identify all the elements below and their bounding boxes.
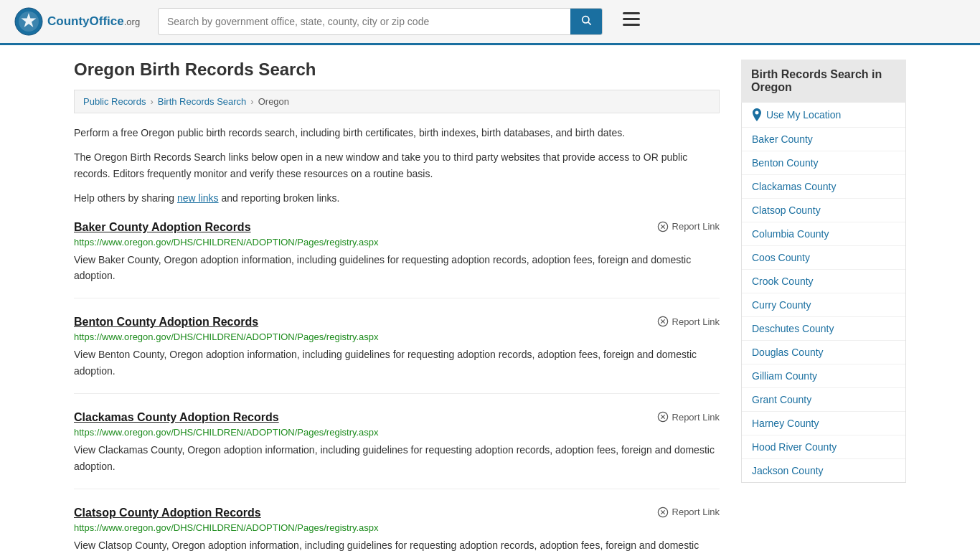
hamburger-icon (623, 12, 640, 27)
content-area: Oregon Birth Records Search Public Recor… (74, 60, 720, 551)
menu-button[interactable] (617, 9, 646, 34)
main-wrapper: Oregon Birth Records Search Public Recor… (60, 45, 920, 551)
result-description-2: View Clackamas County, Oregon adoption i… (74, 442, 720, 474)
sidebar-item-county-12[interactable]: Harney County (742, 412, 905, 435)
result-description-1: View Benton County, Oregon adoption info… (74, 347, 720, 379)
svg-point-3 (583, 17, 589, 23)
intro-pre-text: Help others by sharing (74, 192, 177, 204)
report-icon-1 (657, 316, 669, 327)
county-link-4[interactable]: Columbia County (752, 228, 829, 240)
county-link-12[interactable]: Harney County (752, 418, 819, 429)
report-link-0[interactable]: Report Link (657, 221, 720, 232)
result-url-3[interactable]: https://www.oregon.gov/DHS/CHILDREN/ADOP… (74, 522, 720, 533)
county-link-0[interactable]: Baker County (752, 133, 813, 145)
sidebar-counties: Baker CountyBenton CountyClackamas Count… (742, 128, 905, 482)
result-item: Baker County Adoption Records Report Lin… (74, 221, 720, 299)
result-header: Benton County Adoption Records Report Li… (74, 316, 720, 329)
sidebar-item-county-14[interactable]: Jackson County (742, 459, 905, 482)
sidebar-item-county-7[interactable]: Curry County (742, 293, 905, 317)
report-link-3[interactable]: Report Link (657, 507, 720, 518)
report-link-1[interactable]: Report Link (657, 316, 720, 327)
search-button[interactable] (570, 9, 602, 34)
sidebar-item-county-6[interactable]: Crook County (742, 270, 905, 293)
intro-post-text: and reporting broken links. (219, 192, 340, 204)
breadcrumb-sep-2: › (250, 96, 253, 107)
result-title-1[interactable]: Benton County Adoption Records (74, 316, 258, 329)
sidebar-item-county-0[interactable]: Baker County (742, 128, 905, 151)
report-link-2[interactable]: Report Link (657, 411, 720, 423)
intro-paragraph-3: Help others by sharing new links and rep… (74, 190, 720, 206)
result-header: Clatsop County Adoption Records Report L… (74, 507, 720, 519)
svg-rect-5 (623, 12, 640, 14)
svg-rect-6 (623, 18, 640, 20)
result-item: Clatsop County Adoption Records Report L… (74, 507, 720, 551)
county-link-5[interactable]: Coos County (752, 252, 810, 263)
sidebar-item-county-11[interactable]: Grant County (742, 388, 905, 412)
result-url-0[interactable]: https://www.oregon.gov/DHS/CHILDREN/ADOP… (74, 237, 720, 248)
county-link-2[interactable]: Clackamas County (752, 181, 837, 192)
sidebar-item-county-9[interactable]: Douglas County (742, 341, 905, 364)
logo-link[interactable]: CountyOffice.org (14, 7, 143, 36)
search-input[interactable] (159, 10, 570, 33)
county-link-6[interactable]: Crook County (752, 276, 814, 287)
sidebar-item-county-10[interactable]: Gilliam County (742, 364, 905, 388)
report-icon-2 (657, 411, 669, 423)
county-link-9[interactable]: Douglas County (752, 347, 824, 358)
sidebar-county-list: Use My Location Baker CountyBenton Count… (741, 103, 906, 483)
result-title-2[interactable]: Clackamas County Adoption Records (74, 411, 279, 424)
county-link-13[interactable]: Hood River County (752, 441, 837, 453)
svg-line-4 (588, 22, 591, 25)
new-links-link[interactable]: new links (177, 192, 219, 204)
result-url-1[interactable]: https://www.oregon.gov/DHS/CHILDREN/ADOP… (74, 331, 720, 342)
breadcrumb-sep-1: › (150, 96, 153, 107)
result-item: Clackamas County Adoption Records Report… (74, 411, 720, 489)
search-icon (580, 14, 592, 26)
sidebar-item-county-5[interactable]: Coos County (742, 246, 905, 270)
svg-rect-7 (623, 24, 640, 26)
search-bar (158, 8, 603, 35)
result-item: Benton County Adoption Records Report Li… (74, 316, 720, 394)
breadcrumb-birth-records[interactable]: Birth Records Search (158, 96, 247, 107)
report-icon-0 (657, 221, 669, 232)
page-title: Oregon Birth Records Search (74, 60, 720, 80)
result-title-0[interactable]: Baker County Adoption Records (74, 221, 251, 234)
result-header: Baker County Adoption Records Report Lin… (74, 221, 720, 234)
result-description-3: View Clatsop County, Oregon adoption inf… (74, 537, 720, 551)
breadcrumb-current: Oregon (258, 96, 289, 107)
results-list: Baker County Adoption Records Report Lin… (74, 221, 720, 551)
county-link-10[interactable]: Gilliam County (752, 370, 817, 382)
sidebar-item-county-1[interactable]: Benton County (742, 151, 905, 175)
result-header: Clackamas County Adoption Records Report… (74, 411, 720, 424)
county-link-14[interactable]: Jackson County (752, 465, 824, 476)
breadcrumb: Public Records › Birth Records Search › … (74, 90, 720, 113)
use-my-location-item[interactable]: Use My Location (742, 103, 905, 128)
county-link-8[interactable]: Deschutes County (752, 323, 834, 334)
logo-org: .org (124, 17, 140, 27)
sidebar-title: Birth Records Search in Oregon (741, 60, 906, 103)
sidebar-item-county-2[interactable]: Clackamas County (742, 175, 905, 199)
sidebar-item-county-3[interactable]: Clatsop County (742, 199, 905, 222)
county-link-3[interactable]: Clatsop County (752, 204, 821, 216)
report-icon-3 (657, 507, 669, 518)
sidebar-item-county-13[interactable]: Hood River County (742, 435, 905, 459)
county-link-7[interactable]: Curry County (752, 299, 811, 311)
breadcrumb-public-records[interactable]: Public Records (83, 96, 146, 107)
intro-paragraph-1: Perform a free Oregon public birth recor… (74, 125, 720, 141)
result-description-0: View Baker County, Oregon adoption infor… (74, 252, 720, 284)
result-title-3[interactable]: Clatsop County Adoption Records (74, 507, 261, 519)
header: CountyOffice.org (0, 0, 980, 45)
logo-icon (14, 7, 43, 36)
sidebar-item-county-8[interactable]: Deschutes County (742, 317, 905, 341)
intro-paragraph-2: The Oregon Birth Records Search links be… (74, 149, 720, 182)
use-my-location-link[interactable]: Use My Location (766, 109, 841, 121)
result-url-2[interactable]: https://www.oregon.gov/DHS/CHILDREN/ADOP… (74, 427, 720, 438)
location-pin-icon (752, 108, 762, 121)
county-link-11[interactable]: Grant County (752, 394, 811, 405)
logo-text: CountyOffice (47, 14, 124, 28)
sidebar-item-county-4[interactable]: Columbia County (742, 222, 905, 246)
county-link-1[interactable]: Benton County (752, 157, 819, 169)
sidebar: Birth Records Search in Oregon Use My Lo… (741, 60, 906, 551)
